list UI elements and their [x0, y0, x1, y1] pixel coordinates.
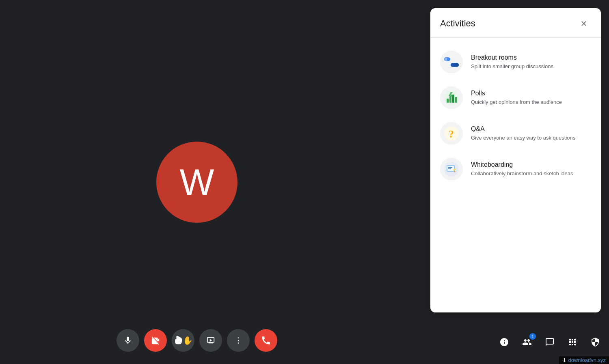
avatar-letter: W	[180, 164, 214, 200]
svg-point-6	[447, 58, 450, 61]
people-button[interactable]: 1	[517, 332, 537, 352]
polls-item[interactable]: Polls Quickly get opinions from the audi…	[430, 80, 601, 116]
polls-icon	[440, 86, 463, 109]
people-badge: 1	[529, 333, 536, 340]
svg-rect-11	[447, 99, 449, 103]
panel-header: Activities	[430, 8, 601, 38]
camera-button[interactable]	[144, 329, 167, 352]
breakout-rooms-title: Breakout rooms	[471, 54, 591, 61]
video-area: W	[0, 0, 394, 364]
screen-share-button[interactable]	[199, 329, 222, 352]
watermark: ⬇ downloadvn.xyz	[559, 356, 609, 364]
svg-rect-13	[452, 95, 454, 103]
breakout-rooms-text: Breakout rooms Split into smaller group …	[471, 54, 591, 70]
qa-text: Q&A Give everyone an easy way to ask que…	[471, 125, 591, 142]
qa-title: Q&A	[471, 125, 591, 133]
whiteboarding-item[interactable]: Whiteboarding Collaboratively brainstorm…	[430, 151, 601, 187]
chat-button[interactable]	[540, 332, 559, 352]
panel-content: Breakout rooms Split into smaller group …	[430, 38, 601, 194]
watermark-text: ⬇	[562, 357, 568, 363]
controls-bar: ✋	[0, 329, 394, 352]
panel-title: Activities	[440, 18, 475, 29]
activities-button[interactable]	[563, 332, 582, 352]
polls-title: Polls	[471, 90, 591, 97]
svg-rect-19	[447, 166, 454, 171]
polls-desc: Quickly get opinions from the audience	[471, 99, 591, 106]
watermark-url: downloadvn.xyz	[568, 357, 606, 363]
breakout-rooms-desc: Split into smaller group discussions	[471, 63, 591, 70]
svg-text:?: ?	[449, 128, 454, 140]
breakout-rooms-icon	[440, 51, 463, 73]
security-button[interactable]	[585, 332, 605, 352]
hand-raise-button[interactable]: ✋	[172, 329, 194, 352]
whiteboarding-desc: Collaboratively brainstorm and sketch id…	[471, 170, 591, 177]
svg-point-1	[238, 340, 239, 341]
breakout-rooms-item[interactable]: Breakout rooms Split into smaller group …	[430, 44, 601, 80]
svg-rect-14	[455, 97, 457, 103]
svg-point-0	[238, 337, 239, 338]
whiteboarding-title: Whiteboarding	[471, 161, 591, 168]
polls-text: Polls Quickly get opinions from the audi…	[471, 90, 591, 106]
bottom-right-icons: 1	[495, 332, 605, 352]
more-options-button[interactable]	[227, 329, 250, 352]
mic-button[interactable]	[117, 329, 139, 352]
close-panel-button[interactable]	[577, 16, 591, 31]
qa-desc: Give everyone an easy way to ask questio…	[471, 134, 591, 142]
info-button[interactable]	[495, 332, 514, 352]
activities-panel: Activities Break	[430, 8, 601, 312]
whiteboarding-text: Whiteboarding Collaboratively brainstorm…	[471, 161, 591, 177]
svg-point-9	[456, 63, 459, 67]
svg-point-2	[238, 342, 239, 344]
end-call-button[interactable]	[255, 329, 277, 352]
qa-icon: ?	[440, 122, 463, 145]
qa-item[interactable]: ? Q&A Give everyone an easy way to ask q…	[430, 116, 601, 151]
whiteboarding-icon	[440, 158, 463, 181]
avatar: W	[156, 142, 238, 223]
